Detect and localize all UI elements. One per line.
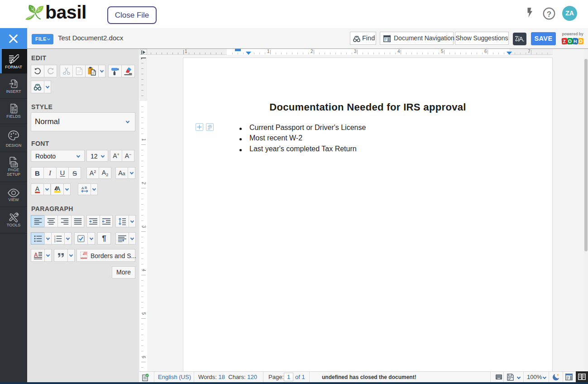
svg-text:A: A <box>34 252 38 258</box>
svg-text:A: A <box>81 186 84 190</box>
svg-text:?: ? <box>547 10 551 19</box>
svg-text:3: 3 <box>54 240 56 242</box>
svg-text:B: B <box>85 186 87 190</box>
svg-text:A: A <box>56 186 60 192</box>
